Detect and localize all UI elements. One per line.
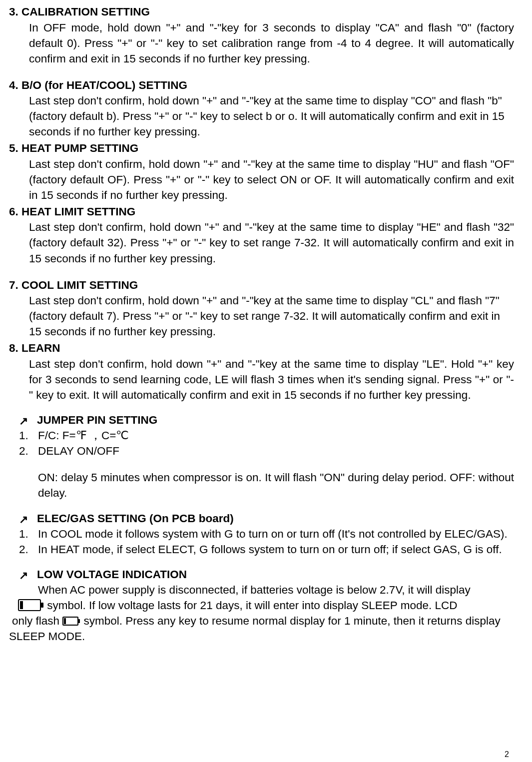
battery-icon xyxy=(18,599,41,611)
list-item: 2. DELAY ON/OFF xyxy=(19,443,514,459)
section-lowvolt: ↗ LOW VOLTAGE INDICATION When AC power s… xyxy=(9,568,514,644)
battery-small-icon xyxy=(62,617,78,626)
heading-elecgas: ELEC/GAS SETTING (On PCB board) xyxy=(37,512,234,525)
lowvolt-line: SLEEP MODE. xyxy=(9,629,514,644)
item-text: In HEAT mode, if select ELECT, G follows… xyxy=(38,542,514,557)
item-number: 2. xyxy=(19,542,38,557)
heading-coollimit: 7. COOL LIMIT SETTING xyxy=(9,277,514,293)
jumper-subtext: ON: delay 5 minutes when compressor is o… xyxy=(38,470,514,501)
arrow-icon: ↗ xyxy=(19,514,28,525)
section-coollimit: 7. COOL LIMIT SETTING Last step don't co… xyxy=(9,277,514,340)
arrow-icon: ↗ xyxy=(19,570,28,581)
list-item: 1. In COOL mode it follows system with G… xyxy=(19,526,514,542)
section-jumper: ↗ JUMPER PIN SETTING 1. F/C: F=℉ ，C=℃ 2.… xyxy=(9,414,514,501)
lowvolt-body: When AC power supply is disconnected, if… xyxy=(9,582,514,644)
section-bo: 4. B/O (for HEAT/COOL) SETTING Last step… xyxy=(9,77,514,140)
heading-heatlimit: 6. HEAT LIMIT SETTING xyxy=(9,204,514,220)
section-learn: 8. LEARN Last step don't confirm, hold d… xyxy=(9,340,514,403)
heading-calibration: 3. CALIBRATION SETTING xyxy=(9,4,514,20)
item-text: DELAY ON/OFF xyxy=(38,443,514,459)
body-coollimit: Last step don't confirm, hold down "+" a… xyxy=(29,293,514,339)
lowvolt-text: symbol. If low voltage lasts for 21 days… xyxy=(44,599,457,612)
heading-row-lowvolt: ↗ LOW VOLTAGE INDICATION xyxy=(19,568,514,581)
page-number: 2 xyxy=(505,750,509,759)
list-item: 2. In HEAT mode, if select ELECT, G foll… xyxy=(19,542,514,557)
item-text: F/C: F=℉ ，C=℃ xyxy=(38,428,514,443)
heading-heatpump: 5. HEAT PUMP SETTING xyxy=(9,140,514,156)
lowvolt-text: symbol. Press any key to resume normal d… xyxy=(80,615,500,627)
body-calibration: In OFF mode, hold down "+" and "-"key fo… xyxy=(29,20,514,66)
heading-bo: 4. B/O (for HEAT/COOL) SETTING xyxy=(9,77,514,93)
elecgas-list: 1. In COOL mode it follows system with G… xyxy=(19,526,514,557)
heading-learn: 8. LEARN xyxy=(9,340,514,356)
item-number: 2. xyxy=(19,443,38,459)
lowvolt-line: symbol. If low voltage lasts for 21 days… xyxy=(9,598,514,613)
body-heatpump: Last step don't confirm, hold down "+" a… xyxy=(29,156,514,203)
heading-row-elecgas: ↗ ELEC/GAS SETTING (On PCB board) xyxy=(19,512,514,525)
body-learn: Last step don't confirm, hold down "+" a… xyxy=(29,356,514,403)
lowvolt-line: only flash symbol. Press any key to resu… xyxy=(12,613,514,629)
section-elecgas: ↗ ELEC/GAS SETTING (On PCB board) 1. In … xyxy=(9,512,514,557)
heading-lowvolt: LOW VOLTAGE INDICATION xyxy=(37,568,187,581)
heading-jumper: JUMPER PIN SETTING xyxy=(37,414,157,427)
list-item: 1. F/C: F=℉ ，C=℃ xyxy=(19,428,514,443)
item-number: 1. xyxy=(19,428,38,443)
section-heatlimit: 6. HEAT LIMIT SETTING Last step don't co… xyxy=(9,204,514,266)
section-heatpump: 5. HEAT PUMP SETTING Last step don't con… xyxy=(9,140,514,203)
body-bo: Last step don't confirm, hold down "+" a… xyxy=(29,93,514,139)
body-heatlimit: Last step don't confirm, hold down "+" a… xyxy=(29,219,514,266)
item-number: 1. xyxy=(19,526,38,542)
lowvolt-text: only flash xyxy=(12,615,62,627)
arrow-icon: ↗ xyxy=(19,416,28,427)
section-calibration: 3. CALIBRATION SETTING In OFF mode, hold… xyxy=(9,4,514,66)
jumper-list: 1. F/C: F=℉ ，C=℃ 2. DELAY ON/OFF xyxy=(19,428,514,459)
lowvolt-line: When AC power supply is disconnected, if… xyxy=(38,582,514,598)
item-text: In COOL mode it follows system with G to… xyxy=(38,526,514,542)
page: 3. CALIBRATION SETTING In OFF mode, hold… xyxy=(0,0,532,762)
heading-row-jumper: ↗ JUMPER PIN SETTING xyxy=(19,414,514,427)
